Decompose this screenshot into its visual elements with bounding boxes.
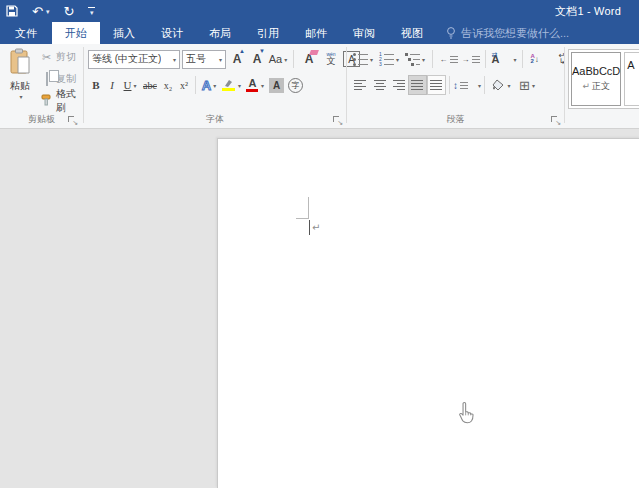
asian-layout-icon: ⇄A (491, 53, 511, 65)
document-page[interactable]: ↵ (217, 138, 639, 488)
paragraph-end-mark: ↵ (312, 222, 320, 233)
tab-file[interactable]: 文件 (0, 22, 52, 44)
enclose-characters-button[interactable]: 字 (286, 75, 305, 95)
font-size-combo[interactable]: 五号 ▾ (182, 50, 226, 69)
justify-icon (409, 78, 426, 92)
tab-review[interactable]: 审阅 (340, 22, 388, 44)
bold-button[interactable]: B (88, 75, 104, 95)
shrink-font-button[interactable]: A▼ (248, 49, 266, 69)
styles-gallery: AaBbCcD ↵正文 A (568, 49, 639, 109)
lightbulb-icon (446, 26, 456, 40)
shading-button[interactable]: ▾ (488, 75, 514, 95)
numbering-button[interactable]: 1 2 3 ▾ (377, 49, 401, 69)
borders-button[interactable]: ⊞ ▾ (514, 75, 540, 95)
paragraph-dialog-launcher[interactable]: ↘ (551, 116, 560, 125)
borders-grid-icon: ⊞ (519, 79, 530, 92)
strikethrough-button[interactable]: abc (140, 75, 160, 95)
save-button[interactable] (6, 5, 18, 17)
grow-font-icon: ▲ (239, 48, 245, 54)
tab-mailings[interactable]: 邮件 (292, 22, 340, 44)
style-next-partial[interactable]: A (624, 52, 639, 106)
align-center-button[interactable] (370, 75, 389, 95)
group-styles: AaBbCcD ↵正文 A (565, 44, 639, 128)
ribbon: 粘贴 ▾ ✂ 剪切 复制 格式刷 剪贴板 ↘ 等线 (中文正文) ▾ (0, 44, 639, 129)
paragraph-group-label: 段落 (347, 113, 564, 126)
justify-button[interactable] (408, 75, 427, 95)
highlight-button[interactable]: ▾ (219, 75, 243, 95)
underline-button[interactable]: U▾ (120, 75, 140, 95)
character-shading-button[interactable]: A (267, 75, 286, 95)
copy-button[interactable]: 复制 (40, 70, 76, 88)
distribute-icon (428, 78, 445, 92)
style-normal[interactable]: AaBbCcD ↵正文 (571, 52, 621, 106)
decrease-indent-button[interactable]: ← (438, 49, 458, 69)
undo-button[interactable]: ↶▾ (32, 5, 49, 18)
grow-font-button[interactable]: A▲ (228, 49, 246, 69)
subscript-button[interactable]: x₂ (160, 75, 176, 95)
text-effects-icon: A (202, 78, 211, 93)
title-bar: ↶▾ ↻ ▾ 文档1 - Word (0, 0, 639, 22)
distribute-button[interactable] (427, 75, 446, 95)
font-dialog-launcher[interactable]: ↘ (333, 116, 342, 125)
align-right-button[interactable] (389, 75, 408, 95)
paste-dropdown-icon[interactable]: ▾ (19, 93, 22, 100)
increase-indent-button[interactable]: → (460, 49, 480, 69)
tab-view[interactable]: 视图 (388, 22, 436, 44)
multilevel-list-button[interactable]: ▾ (403, 49, 427, 69)
decrease-indent-icon: ← (440, 55, 457, 64)
margin-corner-mark (308, 197, 309, 218)
line-spacing-button[interactable]: ↕ ▾ (453, 75, 481, 95)
copy-icon (40, 73, 53, 85)
font-size-dropdown-icon[interactable]: ▾ (219, 56, 222, 63)
format-painter-button[interactable]: 格式刷 (40, 92, 83, 110)
paste-button[interactable]: 粘贴 ▾ (3, 48, 37, 120)
format-painter-label: 格式刷 (56, 87, 83, 115)
font-color-button[interactable]: A ▾ (243, 75, 267, 95)
tab-references[interactable]: 引用 (244, 22, 292, 44)
window-title: 文档1 - Word (555, 4, 621, 19)
align-left-icon (352, 78, 369, 92)
font-name-combo[interactable]: 等线 (中文正文) ▾ (88, 50, 180, 69)
font-name-dropdown-icon[interactable]: ▾ (173, 56, 176, 63)
tab-home[interactable]: 开始 (52, 22, 100, 44)
tab-design[interactable]: 设计 (148, 22, 196, 44)
clear-formatting-button[interactable]: A (299, 49, 319, 69)
phonetic-guide-button[interactable]: wén文 (321, 49, 341, 69)
text-insertion-cursor (309, 220, 310, 235)
underline-dropdown-icon[interactable]: ▾ (133, 82, 136, 89)
separator (522, 50, 523, 68)
superscript-button[interactable]: x² (176, 75, 192, 95)
tab-insert[interactable]: 插入 (100, 22, 148, 44)
undo-dropdown-icon[interactable]: ▾ (46, 8, 50, 15)
font-size-value: 五号 (186, 52, 206, 66)
text-effects-button[interactable]: A▾ (199, 75, 219, 95)
quick-access-toolbar: ↶▾ ↻ ▾ (6, 0, 95, 22)
tab-layout[interactable]: 布局 (196, 22, 244, 44)
numbering-icon: 1 2 3 (379, 53, 394, 66)
word-window: { "colors": { "titlebar": "#2b579a", "ac… (0, 0, 639, 488)
document-area[interactable]: ↵ (0, 130, 639, 488)
align-center-icon (371, 78, 388, 92)
font-color-icon: A (246, 78, 259, 92)
cut-label: 剪切 (56, 50, 76, 64)
margin-corner-mark (296, 218, 309, 219)
paint-bucket-icon (491, 79, 505, 92)
change-case-button[interactable]: Aa▾ (268, 49, 288, 69)
customize-qat-button[interactable]: ▾ (88, 7, 95, 16)
separator (432, 50, 433, 68)
separator (195, 76, 196, 94)
tell-me-box[interactable]: 告诉我您想要做什么... (446, 22, 569, 44)
font-name-value: 等线 (中文正文) (92, 52, 161, 66)
asian-layout-button[interactable]: ⇄A ▾ (491, 49, 517, 69)
align-left-button[interactable] (351, 75, 370, 95)
clipboard-dialog-launcher[interactable]: ↘ (68, 116, 77, 125)
cut-button[interactable]: ✂ 剪切 (40, 48, 76, 66)
save-icon (6, 5, 18, 17)
sort-button[interactable]: A2 ↓ (528, 49, 550, 69)
tell-me-placeholder: 告诉我您想要做什么... (461, 26, 569, 41)
bullets-button[interactable]: ▾ (351, 49, 375, 69)
italic-button[interactable]: I (104, 75, 120, 95)
redo-button[interactable]: ↻ (63, 5, 74, 18)
format-painter-icon (40, 94, 53, 109)
highlight-icon (221, 79, 236, 91)
